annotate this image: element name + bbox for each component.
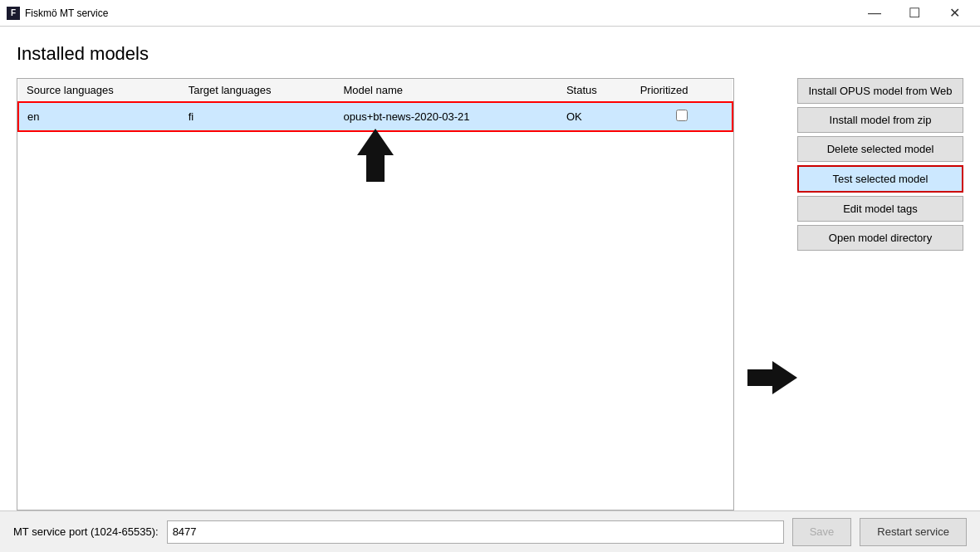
- open-directory-button[interactable]: Open model directory: [797, 225, 963, 251]
- title-bar-controls: — ☐ ✕: [855, 1, 973, 26]
- sidebar-buttons: Install OPUS model from Web Install mode…: [797, 78, 963, 251]
- right-arrow-container: [747, 78, 797, 510]
- table-wrapper: Source languages Target languages Model …: [17, 78, 734, 510]
- up-arrow: [357, 129, 394, 182]
- restart-service-button[interactable]: Restart service: [860, 518, 967, 546]
- app-icon: F: [7, 7, 20, 20]
- col-source-languages: Source languages: [18, 79, 180, 102]
- edit-tags-button[interactable]: Edit model tags: [797, 196, 963, 222]
- main-content: Installed models Source languages Target…: [0, 27, 980, 510]
- col-prioritized: Prioritized: [632, 79, 733, 102]
- models-table: Source languages Target languages Model …: [17, 79, 733, 132]
- install-zip-button[interactable]: Install model from zip: [797, 107, 963, 133]
- up-arrow-head: [357, 129, 394, 155]
- minimize-button[interactable]: —: [855, 1, 894, 26]
- cell-source: en: [18, 102, 180, 131]
- maximize-button[interactable]: ☐: [895, 1, 933, 26]
- col-model-name: Model name: [335, 79, 558, 102]
- table-row[interactable]: en fi opus+bt-news-2020-03-21 OK: [18, 102, 733, 131]
- right-arrow-head: [772, 361, 797, 394]
- save-button[interactable]: Save: [792, 518, 852, 546]
- cell-target: fi: [180, 102, 336, 131]
- delete-selected-button[interactable]: Delete selected model: [797, 136, 963, 162]
- close-button[interactable]: ✕: [935, 1, 973, 26]
- table-header-row: Source languages Target languages Model …: [18, 79, 733, 102]
- title-bar: F Fiskmö MT service — ☐ ✕: [0, 0, 980, 27]
- up-arrow-shaft: [366, 155, 385, 182]
- models-table-container: Source languages Target languages Model …: [17, 78, 734, 510]
- port-label: MT service port (1024-65535):: [13, 525, 159, 538]
- title-bar-title: Fiskmö MT service: [25, 7, 855, 19]
- prioritized-checkbox[interactable]: [676, 110, 688, 121]
- bottom-bar: MT service port (1024-65535): Save Resta…: [0, 510, 980, 552]
- content-area: Source languages Target languages Model …: [17, 78, 963, 510]
- right-panel: Install OPUS model from Web Install mode…: [747, 78, 963, 510]
- right-arrow: [747, 361, 797, 394]
- page-title: Installed models: [17, 43, 963, 65]
- col-target-languages: Target languages: [180, 79, 336, 102]
- cell-status: OK: [558, 102, 632, 131]
- right-arrow-shaft: [747, 369, 772, 386]
- test-selected-button[interactable]: Test selected model: [797, 165, 963, 193]
- install-opus-button[interactable]: Install OPUS model from Web: [797, 78, 963, 104]
- col-status: Status: [558, 79, 632, 102]
- port-input[interactable]: [167, 520, 784, 544]
- cell-prioritized[interactable]: [632, 102, 733, 131]
- cell-model: opus+bt-news-2020-03-21: [335, 102, 558, 131]
